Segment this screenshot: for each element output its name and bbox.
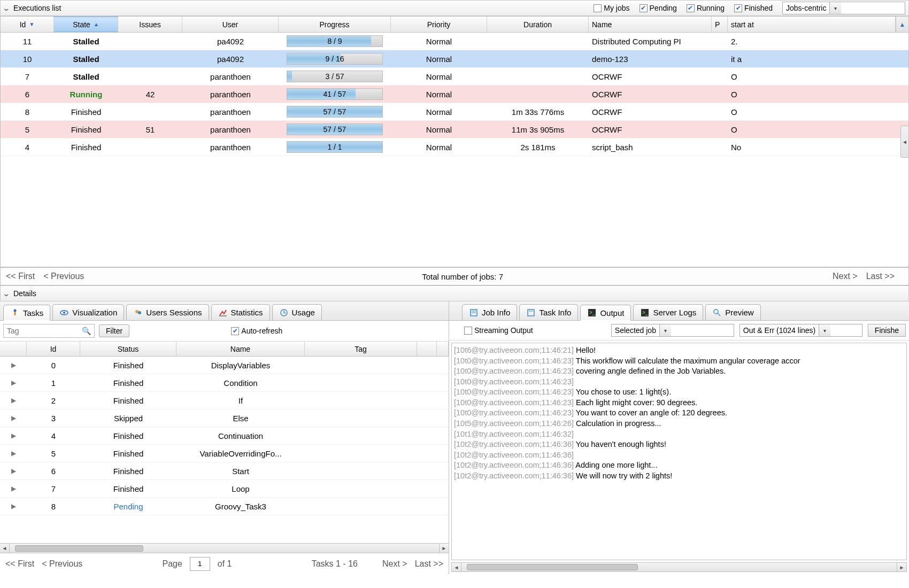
tab-usage[interactable]: Usage bbox=[272, 304, 322, 320]
checkbox-icon[interactable]: ✔ bbox=[231, 327, 239, 335]
filter-finished[interactable]: ✔ Finished bbox=[734, 4, 773, 12]
filter-running[interactable]: ✔ Running bbox=[687, 4, 725, 12]
tab-tasks[interactable]: Tasks bbox=[3, 305, 50, 321]
col-issues[interactable]: Issues bbox=[118, 17, 182, 32]
checkbox-icon[interactable] bbox=[594, 4, 602, 12]
output-scope-select[interactable]: Selected job ▾ bbox=[611, 324, 734, 337]
col-user[interactable]: User bbox=[182, 17, 279, 32]
tab-task-info[interactable]: Task Info bbox=[519, 304, 578, 320]
checkbox-icon[interactable]: ✔ bbox=[734, 4, 742, 12]
jobs-first-button[interactable]: << First bbox=[6, 272, 35, 281]
tasks-first-button[interactable]: << First bbox=[5, 559, 34, 569]
col-id[interactable]: Id ▼ bbox=[1, 17, 54, 32]
page-input[interactable] bbox=[190, 557, 210, 571]
tab-output[interactable]: >_ Output bbox=[580, 305, 631, 321]
sort-asc-icon: ▲ bbox=[94, 21, 99, 27]
job-row[interactable]: 5Finished51paranthoen57 / 57Normal11m 3s… bbox=[1, 121, 908, 138]
filter-button[interactable]: Filter bbox=[99, 324, 129, 337]
checkbox-icon[interactable] bbox=[464, 327, 472, 335]
expand-arrow-icon: ▶ bbox=[11, 397, 16, 404]
scroll-up-icon[interactable]: ▲ bbox=[896, 17, 908, 32]
filter-my-jobs[interactable]: My jobs bbox=[594, 4, 629, 12]
task-row[interactable]: ▶2FinishedIf bbox=[0, 392, 449, 409]
auto-refresh-toggle[interactable]: ✔ Auto-refresh bbox=[231, 327, 282, 335]
jobs-table: Id ▼ State ▲ Issues User Progress Priori… bbox=[0, 16, 909, 267]
job-row[interactable]: 6Running42paranthoen41 / 57NormalOCRWFO bbox=[1, 86, 908, 103]
details-right-pane: Job Info Task Info >_ Output >_ Server L… bbox=[449, 301, 909, 574]
tag-input[interactable] bbox=[7, 327, 82, 335]
col-task-name[interactable]: Name bbox=[176, 342, 305, 356]
scroll-thumb[interactable] bbox=[15, 545, 143, 552]
tasks-toolbar: 🔍 Filter ✔ Auto-refresh bbox=[0, 321, 449, 342]
tab-server-logs[interactable]: >_ Server Logs bbox=[633, 304, 703, 320]
col-duration[interactable]: Duration bbox=[487, 17, 589, 32]
task-row[interactable]: ▶8PendingGroovy_Task3 bbox=[0, 498, 449, 515]
streaming-output-toggle[interactable]: Streaming Output bbox=[464, 326, 533, 335]
output-hscroll[interactable]: ◄ ► bbox=[451, 562, 907, 572]
job-row[interactable]: 11Stalledpa40928 / 9NormalDistributed Co… bbox=[1, 33, 908, 50]
jobs-last-button[interactable]: Last >> bbox=[866, 272, 895, 281]
tab-statistics[interactable]: Statistics bbox=[211, 304, 270, 320]
collapse-details-icon[interactable]: ⌄ bbox=[2, 289, 14, 298]
scroll-right-icon[interactable]: ► bbox=[439, 544, 449, 553]
job-row[interactable]: 4Finishedparanthoen1 / 1Normal2s 181mssc… bbox=[1, 138, 908, 156]
page-icon bbox=[526, 308, 536, 318]
expand-arrow-icon: ▶ bbox=[11, 502, 16, 510]
chevron-down-icon[interactable]: ▾ bbox=[659, 324, 671, 336]
progress-bar: 57 / 57 bbox=[287, 106, 383, 118]
scroll-thumb[interactable] bbox=[467, 564, 638, 570]
search-icon[interactable]: 🔍 bbox=[82, 327, 91, 335]
task-row[interactable]: ▶5FinishedVariableOverridingFo... bbox=[0, 445, 449, 462]
col-name[interactable]: Name bbox=[589, 17, 712, 32]
job-row[interactable]: 7Stalledparanthoen3 / 57NormalOCRWFO bbox=[1, 68, 908, 86]
col-p[interactable]: P bbox=[712, 17, 728, 32]
progress-bar: 3 / 57 bbox=[287, 71, 383, 82]
scroll-left-icon[interactable]: ◄ bbox=[452, 563, 461, 571]
job-row[interactable]: 8Finishedparanthoen57 / 57Normal1m 33s 7… bbox=[1, 103, 908, 121]
view-selector[interactable]: Jobs-centric ▾ bbox=[782, 2, 905, 14]
task-row[interactable]: ▶4FinishedContinuation bbox=[0, 427, 449, 445]
side-collapse-handle[interactable]: ◄ bbox=[900, 126, 909, 158]
output-lines-select[interactable]: Out & Err (1024 lines) ▾ bbox=[739, 324, 862, 337]
col-state[interactable]: State ▲ bbox=[54, 17, 118, 32]
task-row[interactable]: ▶1FinishedCondition bbox=[0, 374, 449, 392]
tasks-hscroll[interactable]: ◄ ► bbox=[0, 543, 449, 553]
col-task-id[interactable]: Id bbox=[27, 342, 80, 356]
checkbox-icon[interactable]: ✔ bbox=[640, 4, 648, 12]
tab-preview[interactable]: Preview bbox=[705, 304, 760, 320]
task-row[interactable]: ▶3SkippedElse bbox=[0, 409, 449, 427]
tab-users-sessions[interactable]: Users Sessions bbox=[126, 304, 209, 320]
left-tabbar: Tasks Visualization Users Sessions Stati… bbox=[0, 301, 449, 321]
task-row[interactable]: ▶6FinishedStart bbox=[0, 462, 449, 480]
col-start[interactable]: start at bbox=[728, 17, 896, 32]
col-priority[interactable]: Priority bbox=[391, 17, 487, 32]
jobs-prev-button[interactable]: < Previous bbox=[43, 272, 84, 281]
tab-job-info[interactable]: Job Info bbox=[462, 304, 517, 320]
col-progress[interactable]: Progress bbox=[279, 17, 391, 32]
expand-arrow-icon: ▶ bbox=[11, 467, 16, 475]
tasks-next-button[interactable]: Next > bbox=[382, 559, 407, 569]
checkbox-icon[interactable]: ✔ bbox=[687, 4, 695, 12]
jobs-pager: << First < Previous Total number of jobs… bbox=[0, 267, 909, 285]
col-task-tag[interactable]: Tag bbox=[305, 342, 417, 356]
col-task-status[interactable]: Status bbox=[80, 342, 176, 356]
job-row[interactable]: 10Stalledpa40929 / 16Normaldemo-123it a bbox=[1, 50, 908, 68]
chart-icon bbox=[218, 308, 228, 318]
filter-pending[interactable]: ✔ Pending bbox=[640, 4, 677, 12]
chevron-down-icon[interactable]: ▾ bbox=[819, 324, 830, 336]
jobs-next-button[interactable]: Next > bbox=[833, 272, 858, 281]
svg-rect-13 bbox=[528, 310, 534, 316]
page-icon bbox=[469, 308, 479, 318]
tag-search-input[interactable]: 🔍 bbox=[3, 324, 95, 338]
task-row[interactable]: ▶7FinishedLoop bbox=[0, 480, 449, 498]
task-row[interactable]: ▶0FinishedDisplayVariables bbox=[0, 357, 449, 374]
tasks-prev-button[interactable]: < Previous bbox=[42, 559, 82, 569]
scroll-left-icon[interactable]: ◄ bbox=[0, 544, 10, 553]
tab-visualization[interactable]: Visualization bbox=[52, 304, 124, 320]
tasks-last-button[interactable]: Last >> bbox=[415, 559, 443, 569]
scroll-right-icon[interactable]: ► bbox=[897, 563, 906, 571]
collapse-executions-icon[interactable]: ⌄ bbox=[2, 4, 14, 12]
output-line: [10t0@try.activeeon.com;11:46:23] You ch… bbox=[454, 387, 904, 398]
chevron-down-icon[interactable]: ▾ bbox=[829, 2, 841, 14]
finish-button[interactable]: Finishe bbox=[868, 324, 906, 337]
